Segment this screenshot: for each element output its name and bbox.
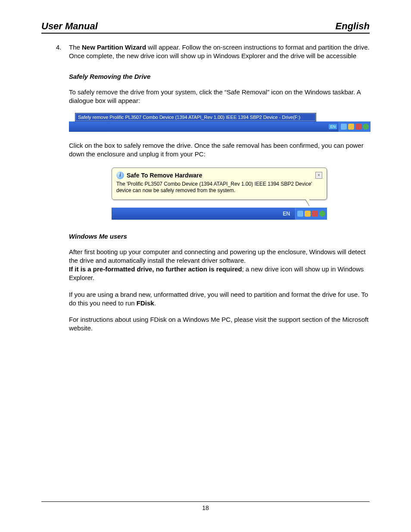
page-number: 18 (202, 504, 209, 511)
screenshot-taskbar-tooltip: Safely remove Prolific PL3507 Combo Devi… (69, 113, 371, 132)
para-me-fdisk: If you are using a brand new, unformatte… (69, 290, 370, 308)
para-me-support: For instructions about using FDisk on a … (69, 315, 370, 333)
para-me-preformatted-bold: If it is a pre-formatted drive, no furth… (69, 265, 242, 273)
safe-removal-icon (363, 124, 369, 130)
para-me-fdisk-bold: FDisk (137, 299, 154, 307)
step-body: The New Partition Wizard will appear. Fo… (69, 43, 370, 61)
step-number: 4. (56, 43, 69, 61)
subheading-safely-removing: Safely Removing the Drive (69, 73, 370, 80)
balloon-tail (305, 199, 309, 206)
para-me-fdisk-post: . (154, 299, 156, 307)
safe-removal-tooltip: Safely remove Prolific PL3507 Combo Devi… (75, 113, 316, 121)
tray-icon (355, 124, 361, 130)
header-language: English (336, 21, 370, 32)
tray-icon (341, 124, 347, 130)
para-me-1: After first booting up your computer and… (69, 248, 370, 283)
para-me-fdisk-pre: If you are using a brand new, unformatte… (69, 291, 368, 307)
info-icon (116, 171, 124, 179)
balloon-title: Safe To Remove Hardware (127, 172, 202, 179)
tray-icon (348, 124, 354, 130)
system-tray (339, 121, 371, 132)
language-indicator: EN (329, 124, 337, 129)
para-click-box: Click on the box to safely remove the dr… (69, 141, 370, 159)
balloon-tip: Safe To Remove Hardware × The 'Prolific … (112, 168, 327, 200)
language-indicator: EN (281, 210, 292, 217)
system-tray (295, 208, 327, 220)
taskbar: EN (69, 121, 371, 132)
taskbar: EN (112, 208, 327, 220)
close-icon: × (315, 172, 322, 179)
step-text-bold: New Partition Wizard (82, 44, 146, 51)
para-me-1-line: After first booting up your computer and… (69, 248, 366, 264)
screenshot-balloon: Safe To Remove Hardware × The 'Prolific … (69, 168, 370, 220)
tray-icon (297, 211, 303, 217)
tray-icon (312, 211, 318, 217)
header-title: User Manual (41, 21, 98, 32)
balloon-body: The 'Prolific PL3507 Combo Device (1394 … (116, 181, 322, 194)
safe-removal-icon (319, 211, 325, 217)
step-4: 4. The New Partition Wizard will appear.… (56, 43, 370, 61)
subheading-windows-me: Windows Me users (69, 233, 370, 240)
page-header: User Manual English (41, 21, 370, 34)
para-safely-remove-intro: To safely remove the drive from your sys… (69, 88, 370, 106)
step-text-pre: The (69, 44, 82, 51)
page-footer: 18 (41, 501, 370, 511)
tray-icon (305, 211, 311, 217)
